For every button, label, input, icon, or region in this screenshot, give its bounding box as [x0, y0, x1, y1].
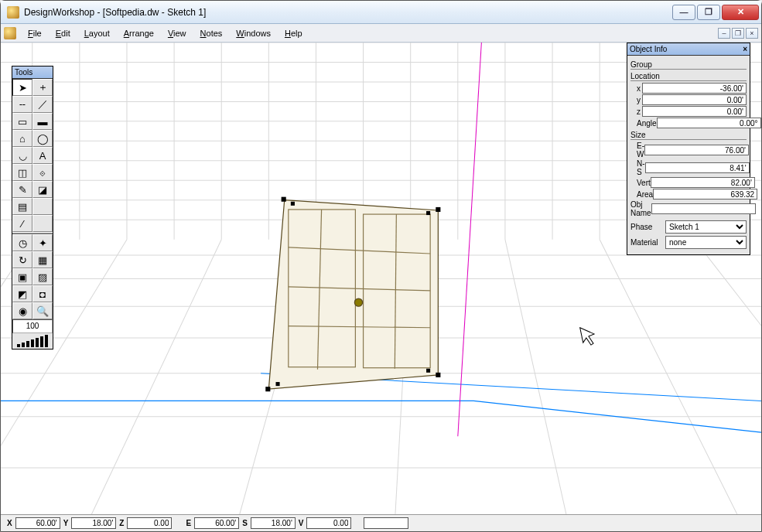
svg-marker-43 — [268, 200, 438, 389]
tool-blank1[interactable] — [32, 198, 53, 215]
group-header: Group — [630, 60, 747, 70]
vert-field[interactable] — [651, 177, 755, 188]
size-header: Size — [630, 131, 747, 140]
tool-pan[interactable]: ✦ — [32, 234, 53, 251]
status-z-field[interactable] — [127, 517, 172, 529]
tool-line-dashed[interactable]: ╌ — [12, 96, 32, 113]
app-icon — [7, 6, 19, 19]
tool-zoom[interactable]: 🔍 — [32, 302, 53, 319]
app-window: DesignWorkshop - [Softpedia.dw - Sketch … — [0, 0, 762, 532]
ns-field[interactable] — [645, 162, 750, 173]
mdi-close-button[interactable]: × — [746, 28, 758, 39]
mdi-restore-button[interactable]: ❐ — [732, 28, 744, 39]
tools-title[interactable]: Tools — [12, 66, 53, 79]
status-y-field[interactable] — [71, 517, 116, 529]
window-title: DesignWorkshop - [Softpedia.dw - Sketch … — [24, 7, 671, 18]
tool-cube2[interactable]: ▨ — [32, 268, 53, 285]
svg-rect-53 — [436, 207, 440, 212]
tool-arc[interactable]: ◡ — [12, 147, 32, 164]
menu-arrange[interactable]: Arrange — [117, 26, 161, 40]
y-field[interactable] — [642, 94, 747, 105]
status-y-label: Y — [62, 519, 70, 527]
tool-orbit[interactable]: ◷ — [12, 234, 32, 251]
tool-eye[interactable]: ◉ — [12, 302, 32, 319]
maximize-button[interactable]: ❐ — [697, 5, 720, 20]
tool-rotate[interactable]: ↻ — [12, 251, 32, 268]
ew-field[interactable] — [644, 145, 749, 155]
svg-rect-54 — [436, 373, 440, 377]
status-v-label: V — [297, 519, 306, 527]
tool-eyedropper[interactable]: ⁄ — [12, 215, 32, 232]
menu-layout[interactable]: Layout — [77, 26, 117, 40]
material-select[interactable]: none — [665, 236, 747, 249]
tool-eraser[interactable]: ◪ — [32, 181, 53, 198]
x-field[interactable] — [642, 83, 747, 94]
cursor-icon — [580, 328, 594, 345]
tool-pencil[interactable]: ✎ — [12, 181, 32, 198]
tool-cube1[interactable]: ▣ — [12, 268, 32, 285]
object-info-title[interactable]: Object Info × — [627, 43, 750, 56]
tool-grid[interactable]: ▦ — [32, 251, 53, 268]
svg-line-32 — [600, 240, 741, 514]
status-e-field[interactable] — [194, 517, 239, 529]
tool-paint[interactable]: ▤ — [12, 198, 32, 215]
svg-rect-58 — [276, 382, 280, 386]
svg-line-33 — [694, 240, 761, 514]
svg-point-51 — [354, 298, 362, 306]
status-e-label: E — [184, 519, 193, 527]
menubar: File Edit Layout Arrange View Notes Wind… — [1, 24, 761, 43]
tool-extrude[interactable]: ⟐ — [32, 164, 53, 181]
workspace: SOFTPEDIA Tools ➤ ＋ ╌ ／ ▭ ▬ ⌂ ◯ ◡ A ◫ ⟐ … — [1, 43, 761, 514]
tool-rectangle[interactable]: ▬ — [32, 113, 53, 130]
tool-crosshair[interactable]: ＋ — [32, 79, 53, 96]
svg-line-28 — [87, 240, 221, 514]
tool-line[interactable]: ／ — [32, 96, 53, 113]
document-icon[interactable] — [4, 27, 16, 39]
status-x-field[interactable] — [15, 517, 60, 529]
tool-rectangle-open[interactable]: ▭ — [12, 113, 32, 130]
svg-rect-56 — [291, 202, 295, 206]
menu-help[interactable]: Help — [278, 26, 309, 40]
menu-view[interactable]: View — [161, 26, 193, 40]
status-x-label: X — [5, 519, 14, 527]
menu-notes[interactable]: Notes — [193, 26, 230, 40]
location-header: Location — [630, 72, 747, 81]
titlebar[interactable]: DesignWorkshop - [Softpedia.dw - Sketch … — [1, 1, 761, 24]
status-z-label: Z — [118, 519, 125, 527]
tool-select[interactable]: ➤ — [12, 79, 32, 96]
menu-file[interactable]: File — [21, 26, 49, 40]
status-s-field[interactable] — [251, 517, 296, 529]
tool-text[interactable]: A — [32, 147, 53, 164]
mdi-minimize-button[interactable]: – — [718, 28, 730, 39]
svg-rect-57 — [426, 211, 430, 215]
tool-iso[interactable]: ◩ — [12, 285, 32, 302]
svg-rect-59 — [426, 369, 430, 373]
menu-windows[interactable]: Windows — [229, 26, 278, 40]
tool-box[interactable]: ◫ — [12, 164, 32, 181]
status-s-label: S — [241, 519, 249, 527]
minimize-button[interactable]: — — [672, 5, 695, 20]
svg-rect-55 — [265, 387, 270, 391]
close-button[interactable]: ✕ — [722, 5, 759, 20]
opacity-value[interactable]: 100 — [12, 319, 53, 333]
status-extra-field[interactable] — [364, 517, 408, 529]
tools-palette[interactable]: Tools ➤ ＋ ╌ ／ ▭ ▬ ⌂ ◯ ◡ A ◫ ⟐ ✎ ◪ ▤ ⁄ — [12, 66, 53, 350]
opacity-bars[interactable] — [12, 333, 53, 349]
angle-field[interactable] — [657, 118, 761, 128]
statusbar: X Y Z E S V — [1, 514, 761, 531]
status-v-field[interactable] — [306, 517, 351, 529]
z-field[interactable] — [642, 106, 747, 117]
tool-persp[interactable]: ◘ — [32, 285, 53, 302]
svg-line-31 — [505, 240, 568, 514]
object-info-palette[interactable]: Object Info × Group Location x y z Angle… — [627, 43, 750, 255]
tool-circle[interactable]: ◯ — [32, 130, 53, 147]
object-info-close-icon[interactable]: × — [743, 45, 747, 53]
tool-blank2[interactable] — [32, 215, 53, 232]
objname-field[interactable] — [651, 203, 756, 214]
phase-select[interactable]: Sketch 1 — [665, 220, 747, 234]
model-object — [268, 200, 438, 389]
menu-edit[interactable]: Edit — [49, 26, 77, 40]
area-field[interactable] — [653, 189, 757, 200]
tool-polygon[interactable]: ⌂ — [12, 130, 32, 147]
svg-rect-52 — [282, 197, 286, 202]
